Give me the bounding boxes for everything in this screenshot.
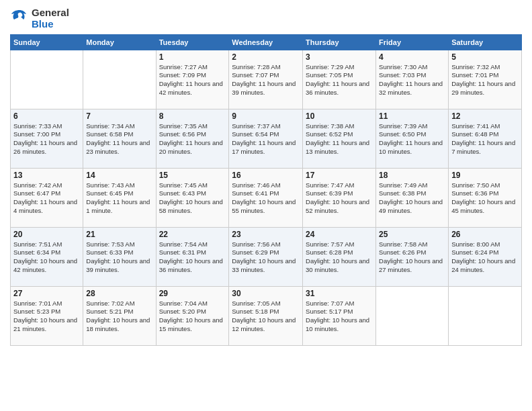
- day-info: Sunrise: 7:04 AM Sunset: 5:20 PM Dayligh…: [159, 300, 226, 334]
- logo-general-text: General: [32, 7, 69, 18]
- day-number: 18: [379, 171, 445, 180]
- calendar-cell: [449, 286, 522, 345]
- calendar-cell: 18Sunrise: 7:49 AM Sunset: 6:38 PM Dayli…: [376, 168, 449, 227]
- day-info: Sunrise: 7:05 AM Sunset: 5:18 PM Dayligh…: [232, 300, 300, 334]
- calendar-week-row: 13Sunrise: 7:42 AM Sunset: 6:47 PM Dayli…: [11, 168, 522, 227]
- calendar-cell: 26Sunrise: 8:00 AM Sunset: 6:24 PM Dayli…: [449, 227, 522, 286]
- calendar-weekday: Tuesday: [156, 34, 229, 50]
- day-number: 11: [379, 111, 445, 121]
- day-number: 15: [159, 171, 226, 180]
- day-number: 31: [306, 289, 373, 298]
- day-number: 4: [379, 52, 445, 62]
- day-info: Sunrise: 7:49 AM Sunset: 6:38 PM Dayligh…: [379, 181, 445, 216]
- day-info: Sunrise: 7:27 AM Sunset: 7:09 PM Dayligh…: [159, 63, 226, 97]
- day-info: Sunrise: 7:41 AM Sunset: 6:48 PM Dayligh…: [451, 122, 519, 156]
- calendar-cell: 12Sunrise: 7:41 AM Sunset: 6:48 PM Dayli…: [449, 109, 522, 168]
- calendar-cell: 16Sunrise: 7:46 AM Sunset: 6:41 PM Dayli…: [229, 168, 303, 227]
- day-number: 28: [86, 289, 152, 298]
- calendar-cell: [376, 286, 449, 345]
- day-number: 26: [451, 230, 519, 239]
- calendar-weekday: Saturday: [449, 34, 522, 50]
- calendar-weekday: Monday: [83, 34, 156, 50]
- calendar-table: SundayMondayTuesdayWednesdayThursdayFrid…: [10, 34, 522, 346]
- day-number: 30: [232, 289, 300, 298]
- calendar-cell: 10Sunrise: 7:38 AM Sunset: 6:52 PM Dayli…: [303, 109, 376, 168]
- day-info: Sunrise: 7:46 AM Sunset: 6:41 PM Dayligh…: [232, 181, 300, 216]
- day-info: Sunrise: 7:42 AM Sunset: 6:47 PM Dayligh…: [13, 181, 80, 216]
- calendar-week-row: 20Sunrise: 7:51 AM Sunset: 6:34 PM Dayli…: [11, 227, 522, 286]
- calendar-header-row: SundayMondayTuesdayWednesdayThursdayFrid…: [11, 34, 522, 50]
- calendar-cell: 14Sunrise: 7:43 AM Sunset: 6:45 PM Dayli…: [83, 168, 156, 227]
- calendar-cell: 13Sunrise: 7:42 AM Sunset: 6:47 PM Dayli…: [11, 168, 83, 227]
- calendar-cell: 2Sunrise: 7:28 AM Sunset: 7:07 PM Daylig…: [229, 50, 303, 109]
- day-number: 22: [159, 230, 226, 239]
- calendar-cell: 3Sunrise: 7:29 AM Sunset: 7:05 PM Daylig…: [303, 50, 376, 109]
- day-number: 14: [86, 171, 152, 180]
- day-number: 19: [451, 171, 519, 180]
- day-info: Sunrise: 7:28 AM Sunset: 7:07 PM Dayligh…: [232, 63, 300, 97]
- calendar-cell: 4Sunrise: 7:30 AM Sunset: 7:03 PM Daylig…: [376, 50, 449, 109]
- day-number: 5: [451, 52, 519, 62]
- calendar-cell: 29Sunrise: 7:04 AM Sunset: 5:20 PM Dayli…: [156, 286, 229, 345]
- calendar-cell: 25Sunrise: 7:58 AM Sunset: 6:26 PM Dayli…: [376, 227, 449, 286]
- day-number: 20: [13, 230, 80, 239]
- day-info: Sunrise: 7:51 AM Sunset: 6:34 PM Dayligh…: [13, 240, 80, 275]
- calendar-cell: [11, 50, 83, 109]
- day-info: Sunrise: 7:34 AM Sunset: 6:58 PM Dayligh…: [86, 122, 152, 156]
- calendar-cell: 23Sunrise: 7:56 AM Sunset: 6:29 PM Dayli…: [229, 227, 303, 286]
- calendar-cell: 20Sunrise: 7:51 AM Sunset: 6:34 PM Dayli…: [11, 227, 83, 286]
- day-info: Sunrise: 7:50 AM Sunset: 6:36 PM Dayligh…: [451, 181, 519, 216]
- calendar-cell: 9Sunrise: 7:37 AM Sunset: 6:54 PM Daylig…: [229, 109, 303, 168]
- day-info: Sunrise: 7:01 AM Sunset: 5:23 PM Dayligh…: [13, 300, 80, 334]
- calendar-cell: 30Sunrise: 7:05 AM Sunset: 5:18 PM Dayli…: [229, 286, 303, 345]
- day-info: Sunrise: 7:45 AM Sunset: 6:43 PM Dayligh…: [159, 181, 226, 216]
- calendar-weekday: Friday: [376, 34, 449, 50]
- calendar-cell: 28Sunrise: 7:02 AM Sunset: 5:21 PM Dayli…: [83, 286, 156, 345]
- day-number: 13: [13, 171, 80, 180]
- day-info: Sunrise: 7:57 AM Sunset: 6:28 PM Dayligh…: [306, 240, 373, 275]
- calendar-week-row: 27Sunrise: 7:01 AM Sunset: 5:23 PM Dayli…: [11, 286, 522, 345]
- day-number: 23: [232, 230, 300, 239]
- calendar-cell: 7Sunrise: 7:34 AM Sunset: 6:58 PM Daylig…: [83, 109, 156, 168]
- day-info: Sunrise: 7:39 AM Sunset: 6:50 PM Dayligh…: [379, 122, 445, 156]
- day-info: Sunrise: 7:33 AM Sunset: 7:00 PM Dayligh…: [13, 122, 80, 156]
- day-info: Sunrise: 7:29 AM Sunset: 7:05 PM Dayligh…: [306, 63, 373, 97]
- calendar-cell: 21Sunrise: 7:53 AM Sunset: 6:33 PM Dayli…: [83, 227, 156, 286]
- day-number: 1: [159, 52, 226, 62]
- calendar-cell: 22Sunrise: 7:54 AM Sunset: 6:31 PM Dayli…: [156, 227, 229, 286]
- calendar-cell: 27Sunrise: 7:01 AM Sunset: 5:23 PM Dayli…: [11, 286, 83, 345]
- day-info: Sunrise: 7:47 AM Sunset: 6:39 PM Dayligh…: [306, 181, 373, 216]
- day-number: 16: [232, 171, 300, 180]
- logo-bird-icon: [10, 7, 29, 26]
- main-container: General Blue SundayMondayTuesdayWednesda…: [0, 0, 532, 353]
- day-info: Sunrise: 7:56 AM Sunset: 6:29 PM Dayligh…: [232, 240, 300, 275]
- logo-blue-text: Blue: [32, 18, 69, 30]
- logo: General Blue: [10, 7, 69, 30]
- calendar-cell: [83, 50, 156, 109]
- day-number: 2: [232, 52, 300, 62]
- header-row: General Blue: [10, 7, 522, 30]
- day-info: Sunrise: 7:58 AM Sunset: 6:26 PM Dayligh…: [379, 240, 445, 275]
- day-number: 12: [451, 111, 519, 121]
- day-number: 3: [306, 52, 373, 62]
- day-info: Sunrise: 7:37 AM Sunset: 6:54 PM Dayligh…: [232, 122, 300, 156]
- day-number: 21: [86, 230, 152, 239]
- calendar-cell: 24Sunrise: 7:57 AM Sunset: 6:28 PM Dayli…: [303, 227, 376, 286]
- day-number: 6: [13, 111, 80, 121]
- calendar-cell: 15Sunrise: 7:45 AM Sunset: 6:43 PM Dayli…: [156, 168, 229, 227]
- calendar-cell: 17Sunrise: 7:47 AM Sunset: 6:39 PM Dayli…: [303, 168, 376, 227]
- calendar-cell: 5Sunrise: 7:32 AM Sunset: 7:01 PM Daylig…: [449, 50, 522, 109]
- day-info: Sunrise: 7:53 AM Sunset: 6:33 PM Dayligh…: [86, 240, 152, 275]
- day-number: 24: [306, 230, 373, 239]
- day-info: Sunrise: 8:00 AM Sunset: 6:24 PM Dayligh…: [451, 240, 519, 275]
- day-number: 29: [159, 289, 226, 298]
- calendar-cell: 6Sunrise: 7:33 AM Sunset: 7:00 PM Daylig…: [11, 109, 83, 168]
- day-info: Sunrise: 7:07 AM Sunset: 5:17 PM Dayligh…: [306, 300, 373, 334]
- day-info: Sunrise: 7:54 AM Sunset: 6:31 PM Dayligh…: [159, 240, 226, 275]
- day-number: 10: [306, 111, 373, 121]
- calendar-cell: 31Sunrise: 7:07 AM Sunset: 5:17 PM Dayli…: [303, 286, 376, 345]
- day-info: Sunrise: 7:43 AM Sunset: 6:45 PM Dayligh…: [86, 181, 152, 216]
- calendar-weekday: Wednesday: [229, 34, 303, 50]
- day-info: Sunrise: 7:32 AM Sunset: 7:01 PM Dayligh…: [451, 63, 519, 97]
- day-number: 9: [232, 111, 300, 121]
